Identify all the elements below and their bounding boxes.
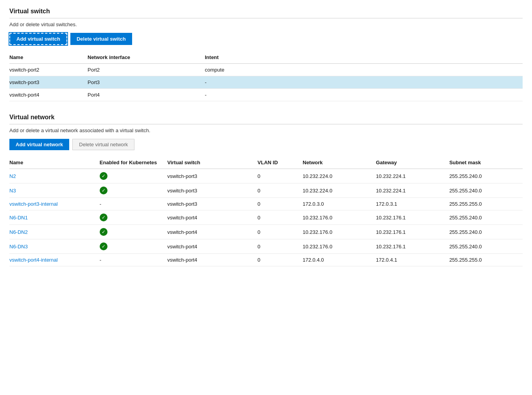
vnet-gateway: 172.0.4.1 xyxy=(376,254,450,266)
col-vnet-header-enabled: Enabled for Kubernetes xyxy=(100,156,167,169)
vnet-vswitch: vswitch-port3 xyxy=(167,183,258,198)
table-row[interactable]: vswitch-port2 Port2 compute xyxy=(9,64,523,76)
vnet-vlanid: 0 xyxy=(258,198,303,210)
table-row[interactable]: vswitch-port4-internal - vswitch-port4 0… xyxy=(9,254,523,266)
vnet-network: 10.232.176.0 xyxy=(303,210,376,225)
vswitch-interface: Port2 xyxy=(88,64,205,76)
virtual-switch-buttons: Add virtual switch Delete virtual switch xyxy=(9,33,523,45)
vnet-enabled: - xyxy=(100,198,167,210)
vnet-name[interactable]: N2 xyxy=(9,169,100,183)
table-row[interactable]: N6-DN1 ✓ vswitch-port4 0 10.232.176.0 10… xyxy=(9,210,523,225)
vnet-vlanid: 0 xyxy=(258,169,303,183)
vnet-network: 172.0.3.0 xyxy=(303,198,376,210)
vnet-gateway: 10.232.224.1 xyxy=(376,183,450,198)
col-vnet-header-subnet: Subnet mask xyxy=(449,156,523,169)
vnet-vlanid: 0 xyxy=(258,210,303,225)
vnet-network: 10.232.224.0 xyxy=(303,169,376,183)
vnet-subnet: 255.255.240.0 xyxy=(449,225,523,239)
virtual-switch-table: Name Network interface Intent vswitch-po… xyxy=(9,51,523,101)
vnet-enabled: ✓ xyxy=(100,239,167,254)
vnet-enabled: ✓ xyxy=(100,225,167,239)
vnet-network: 172.0.4.0 xyxy=(303,254,376,266)
col-vnet-header-vlanid: VLAN ID xyxy=(258,156,303,169)
check-icon: ✓ xyxy=(100,242,107,250)
table-row[interactable]: vswitch-port3-internal - vswitch-port3 0… xyxy=(9,198,523,210)
vnet-vlanid: 0 xyxy=(258,225,303,239)
vnet-vlanid: 0 xyxy=(258,254,303,266)
vnet-name-link[interactable]: N6-DN3 xyxy=(9,244,28,250)
table-row[interactable]: N6-DN2 ✓ vswitch-port4 0 10.232.176.0 10… xyxy=(9,225,523,239)
vnet-vswitch: vswitch-port3 xyxy=(167,169,258,183)
vnet-name-link[interactable]: N3 xyxy=(9,188,16,194)
col-header-interface: Network interface xyxy=(88,51,205,64)
table-row[interactable]: vswitch-port4 Port4 - xyxy=(9,89,523,101)
vnet-enabled: - xyxy=(100,254,167,266)
vswitch-name: vswitch-port3 xyxy=(9,76,88,89)
vnet-gateway: 10.232.176.1 xyxy=(376,239,450,254)
virtual-switch-section: Virtual switch Add or delete virtual swi… xyxy=(9,8,523,101)
vnet-network: 10.232.176.0 xyxy=(303,239,376,254)
col-vnet-header-vswitch: Virtual switch xyxy=(167,156,258,169)
virtual-network-desc: Add or delete a virtual network associat… xyxy=(9,127,523,133)
vnet-vswitch: vswitch-port4 xyxy=(167,210,258,225)
vnet-subnet: 255.255.255.0 xyxy=(449,254,523,266)
virtual-network-section: Virtual network Add or delete a virtual … xyxy=(9,114,523,266)
vnet-name[interactable]: N3 xyxy=(9,183,100,198)
vswitch-name: vswitch-port4 xyxy=(9,89,88,101)
vnet-enabled: ✓ xyxy=(100,183,167,198)
delete-virtual-network-button[interactable]: Delete virtual network xyxy=(72,139,134,150)
vnet-subnet: 255.255.240.0 xyxy=(449,239,523,254)
col-vnet-header-gateway: Gateway xyxy=(376,156,450,169)
vnet-gateway: 10.232.176.1 xyxy=(376,225,450,239)
virtual-network-title: Virtual network xyxy=(9,114,523,124)
vnet-subnet: 255.255.240.0 xyxy=(449,169,523,183)
vnet-name-link[interactable]: vswitch-port3-internal xyxy=(9,201,58,207)
table-row[interactable]: N2 ✓ vswitch-port3 0 10.232.224.0 10.232… xyxy=(9,169,523,183)
vnet-name[interactable]: N6-DN3 xyxy=(9,239,100,254)
vnet-subnet: 255.255.255.0 xyxy=(449,198,523,210)
vnet-vswitch: vswitch-port4 xyxy=(167,225,258,239)
virtual-network-table: Name Enabled for Kubernetes Virtual swit… xyxy=(9,156,523,266)
check-icon: ✓ xyxy=(100,172,107,180)
vnet-name-link[interactable]: N6-DN1 xyxy=(9,215,28,221)
vnet-vlanid: 0 xyxy=(258,239,303,254)
vnet-subnet: 255.255.240.0 xyxy=(449,183,523,198)
check-icon: ✓ xyxy=(100,187,107,194)
vnet-enabled: ✓ xyxy=(100,210,167,225)
vnet-enabled: ✓ xyxy=(100,169,167,183)
vnet-gateway: 10.232.224.1 xyxy=(376,169,450,183)
vnet-name[interactable]: N6-DN2 xyxy=(9,225,100,239)
col-vnet-header-network: Network xyxy=(303,156,376,169)
vswitch-intent: - xyxy=(205,89,523,101)
vnet-gateway: 172.0.3.1 xyxy=(376,198,450,210)
vnet-subnet: 255.255.240.0 xyxy=(449,210,523,225)
check-icon: ✓ xyxy=(100,214,107,221)
vnet-vlanid: 0 xyxy=(258,183,303,198)
vnet-name[interactable]: N6-DN1 xyxy=(9,210,100,225)
vnet-vswitch: vswitch-port4 xyxy=(167,254,258,266)
table-row[interactable]: N6-DN3 ✓ vswitch-port4 0 10.232.176.0 10… xyxy=(9,239,523,254)
vnet-network: 10.232.176.0 xyxy=(303,225,376,239)
vnet-name[interactable]: vswitch-port4-internal xyxy=(9,254,100,266)
add-virtual-network-button[interactable]: Add virtual network xyxy=(9,139,69,150)
vnet-name-link[interactable]: vswitch-port4-internal xyxy=(9,257,58,263)
vswitch-intent: - xyxy=(205,76,523,89)
vnet-gateway: 10.232.176.1 xyxy=(376,210,450,225)
vswitch-interface: Port4 xyxy=(88,89,205,101)
delete-virtual-switch-button[interactable]: Delete virtual switch xyxy=(70,33,132,45)
vnet-vswitch: vswitch-port3 xyxy=(167,198,258,210)
vnet-name-link[interactable]: N6-DN2 xyxy=(9,229,28,235)
vnet-name-link[interactable]: N2 xyxy=(9,173,16,179)
add-virtual-switch-button[interactable]: Add virtual switch xyxy=(9,33,67,45)
table-row[interactable]: vswitch-port3 Port3 - xyxy=(9,76,523,89)
vswitch-intent: compute xyxy=(205,64,523,76)
table-row[interactable]: N3 ✓ vswitch-port3 0 10.232.224.0 10.232… xyxy=(9,183,523,198)
col-header-intent: Intent xyxy=(205,51,523,64)
virtual-network-buttons: Add virtual network Delete virtual netwo… xyxy=(9,139,523,150)
virtual-switch-title: Virtual switch xyxy=(9,8,523,18)
virtual-switch-desc: Add or delete virtual switches. xyxy=(9,22,523,27)
vnet-network: 10.232.224.0 xyxy=(303,183,376,198)
vnet-name[interactable]: vswitch-port3-internal xyxy=(9,198,100,210)
vnet-vswitch: vswitch-port4 xyxy=(167,239,258,254)
col-vnet-header-name: Name xyxy=(9,156,100,169)
